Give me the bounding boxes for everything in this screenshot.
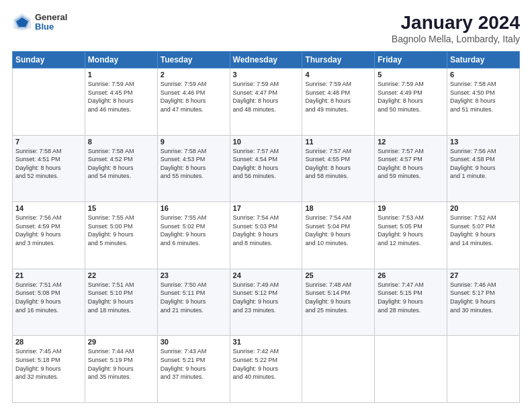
day-info: Sunrise: 7:55 AM Sunset: 5:00 PM Dayligh… <box>88 214 154 247</box>
day-info: Sunrise: 7:59 AM Sunset: 4:45 PM Dayligh… <box>88 80 154 113</box>
calendar-cell: 9Sunrise: 7:58 AM Sunset: 4:53 PM Daylig… <box>157 135 230 202</box>
calendar-cell: 15Sunrise: 7:55 AM Sunset: 5:00 PM Dayli… <box>85 202 157 269</box>
day-number: 9 <box>161 138 227 146</box>
day-info: Sunrise: 7:47 AM Sunset: 5:15 PM Dayligh… <box>378 281 444 314</box>
day-header-tuesday: Tuesday <box>157 52 230 68</box>
day-info: Sunrise: 7:56 AM Sunset: 4:59 PM Dayligh… <box>15 214 82 247</box>
day-info: Sunrise: 7:42 AM Sunset: 5:22 PM Dayligh… <box>233 347 300 381</box>
day-info: Sunrise: 7:43 AM Sunset: 5:21 PM Dayligh… <box>161 347 227 381</box>
day-info: Sunrise: 7:52 AM Sunset: 5:07 PM Dayligh… <box>450 214 517 247</box>
day-number: 28 <box>15 338 82 346</box>
day-info: Sunrise: 7:59 AM Sunset: 4:48 PM Dayligh… <box>305 80 371 113</box>
day-info: Sunrise: 7:50 AM Sunset: 5:11 PM Dayligh… <box>161 281 227 314</box>
day-info: Sunrise: 7:49 AM Sunset: 5:12 PM Dayligh… <box>233 281 300 314</box>
day-info: Sunrise: 7:57 AM Sunset: 4:55 PM Dayligh… <box>305 147 371 181</box>
day-number: 6 <box>450 71 517 79</box>
day-info: Sunrise: 7:59 AM Sunset: 4:46 PM Dayligh… <box>161 80 227 113</box>
calendar-cell: 16Sunrise: 7:55 AM Sunset: 5:02 PM Dayli… <box>157 202 230 269</box>
day-info: Sunrise: 7:58 AM Sunset: 4:53 PM Dayligh… <box>161 147 227 181</box>
calendar-cell <box>375 336 447 403</box>
day-info: Sunrise: 7:45 AM Sunset: 5:18 PM Dayligh… <box>15 347 82 381</box>
day-info: Sunrise: 7:51 AM Sunset: 5:08 PM Dayligh… <box>15 281 82 314</box>
day-number: 21 <box>15 271 82 279</box>
day-info: Sunrise: 7:44 AM Sunset: 5:19 PM Dayligh… <box>88 347 154 381</box>
day-number: 1 <box>88 71 154 79</box>
day-info: Sunrise: 7:54 AM Sunset: 5:04 PM Dayligh… <box>305 214 371 247</box>
day-number: 23 <box>161 271 227 279</box>
calendar-cell: 20Sunrise: 7:52 AM Sunset: 5:07 PM Dayli… <box>447 202 520 269</box>
calendar-cell: 17Sunrise: 7:54 AM Sunset: 5:03 PM Dayli… <box>230 202 302 269</box>
logo-icon <box>12 12 32 32</box>
day-info: Sunrise: 7:53 AM Sunset: 5:05 PM Dayligh… <box>378 214 444 247</box>
calendar-cell: 18Sunrise: 7:54 AM Sunset: 5:04 PM Dayli… <box>302 202 375 269</box>
day-info: Sunrise: 7:48 AM Sunset: 5:14 PM Dayligh… <box>305 281 371 314</box>
day-header-saturday: Saturday <box>447 52 520 68</box>
day-info: Sunrise: 7:59 AM Sunset: 4:49 PM Dayligh… <box>378 80 444 113</box>
day-number: 11 <box>305 138 371 146</box>
day-number: 4 <box>305 71 371 79</box>
day-number: 17 <box>233 204 300 212</box>
calendar-cell: 13Sunrise: 7:56 AM Sunset: 4:58 PM Dayli… <box>447 135 520 202</box>
day-number: 8 <box>88 138 154 146</box>
day-number: 26 <box>378 271 444 279</box>
calendar-week-row: 14Sunrise: 7:56 AM Sunset: 4:59 PM Dayli… <box>13 202 520 269</box>
day-number: 31 <box>233 338 300 346</box>
day-number: 29 <box>88 338 154 346</box>
calendar-cell: 21Sunrise: 7:51 AM Sunset: 5:08 PM Dayli… <box>13 269 85 336</box>
day-info: Sunrise: 7:51 AM Sunset: 5:10 PM Dayligh… <box>88 281 154 314</box>
calendar-cell: 5Sunrise: 7:59 AM Sunset: 4:49 PM Daylig… <box>375 68 447 136</box>
day-number: 16 <box>161 204 227 212</box>
day-info: Sunrise: 7:59 AM Sunset: 4:47 PM Dayligh… <box>233 80 300 113</box>
day-header-thursday: Thursday <box>302 52 375 68</box>
day-info: Sunrise: 7:46 AM Sunset: 5:17 PM Dayligh… <box>450 281 517 314</box>
day-info: Sunrise: 7:56 AM Sunset: 4:58 PM Dayligh… <box>450 147 517 181</box>
logo: General Blue <box>12 12 67 32</box>
calendar-cell: 10Sunrise: 7:57 AM Sunset: 4:54 PM Dayli… <box>230 135 302 202</box>
calendar-cell: 31Sunrise: 7:42 AM Sunset: 5:22 PM Dayli… <box>230 336 302 403</box>
day-info: Sunrise: 7:58 AM Sunset: 4:51 PM Dayligh… <box>15 147 82 181</box>
calendar-cell: 19Sunrise: 7:53 AM Sunset: 5:05 PM Dayli… <box>375 202 447 269</box>
day-number: 10 <box>233 138 300 146</box>
calendar-week-row: 1Sunrise: 7:59 AM Sunset: 4:45 PM Daylig… <box>13 68 520 136</box>
calendar-cell <box>302 336 375 403</box>
calendar-week-row: 28Sunrise: 7:45 AM Sunset: 5:18 PM Dayli… <box>13 336 520 403</box>
calendar-cell: 11Sunrise: 7:57 AM Sunset: 4:55 PM Dayli… <box>302 135 375 202</box>
page: General Blue January 2024 Bagnolo Mella,… <box>0 0 532 411</box>
calendar-header-row: SundayMondayTuesdayWednesdayThursdayFrid… <box>13 52 520 68</box>
calendar-cell: 3Sunrise: 7:59 AM Sunset: 4:47 PM Daylig… <box>230 68 302 136</box>
day-header-wednesday: Wednesday <box>230 52 302 68</box>
day-number: 30 <box>161 338 227 346</box>
day-number: 5 <box>378 71 444 79</box>
day-header-friday: Friday <box>375 52 447 68</box>
day-info: Sunrise: 7:54 AM Sunset: 5:03 PM Dayligh… <box>233 214 300 247</box>
calendar-week-row: 7Sunrise: 7:58 AM Sunset: 4:51 PM Daylig… <box>13 135 520 202</box>
logo-text: General Blue <box>35 13 67 32</box>
calendar-cell: 12Sunrise: 7:57 AM Sunset: 4:57 PM Dayli… <box>375 135 447 202</box>
calendar-cell: 24Sunrise: 7:49 AM Sunset: 5:12 PM Dayli… <box>230 269 302 336</box>
calendar-cell: 22Sunrise: 7:51 AM Sunset: 5:10 PM Dayli… <box>85 269 157 336</box>
calendar-cell: 28Sunrise: 7:45 AM Sunset: 5:18 PM Dayli… <box>13 336 85 403</box>
day-info: Sunrise: 7:55 AM Sunset: 5:02 PM Dayligh… <box>161 214 227 247</box>
calendar-week-row: 21Sunrise: 7:51 AM Sunset: 5:08 PM Dayli… <box>13 269 520 336</box>
calendar-cell: 26Sunrise: 7:47 AM Sunset: 5:15 PM Dayli… <box>375 269 447 336</box>
day-header-monday: Monday <box>85 52 157 68</box>
calendar-cell: 29Sunrise: 7:44 AM Sunset: 5:19 PM Dayli… <box>85 336 157 403</box>
calendar-cell: 25Sunrise: 7:48 AM Sunset: 5:14 PM Dayli… <box>302 269 375 336</box>
day-info: Sunrise: 7:58 AM Sunset: 4:52 PM Dayligh… <box>88 147 154 181</box>
day-number: 13 <box>450 138 517 146</box>
day-info: Sunrise: 7:58 AM Sunset: 4:50 PM Dayligh… <box>450 80 517 113</box>
logo-general: General <box>35 13 67 22</box>
page-title: January 2024 <box>392 12 520 34</box>
day-number: 25 <box>305 271 371 279</box>
day-header-sunday: Sunday <box>13 52 85 68</box>
day-number: 19 <box>378 204 444 212</box>
day-number: 24 <box>233 271 300 279</box>
calendar-cell <box>447 336 520 403</box>
day-number: 12 <box>378 138 444 146</box>
title-block: January 2024 Bagnolo Mella, Lombardy, It… <box>392 12 520 44</box>
day-number: 2 <box>161 71 227 79</box>
calendar-cell: 14Sunrise: 7:56 AM Sunset: 4:59 PM Dayli… <box>13 202 85 269</box>
day-number: 7 <box>15 138 82 146</box>
calendar-table: SundayMondayTuesdayWednesdayThursdayFrid… <box>12 51 520 403</box>
day-number: 3 <box>233 71 300 79</box>
